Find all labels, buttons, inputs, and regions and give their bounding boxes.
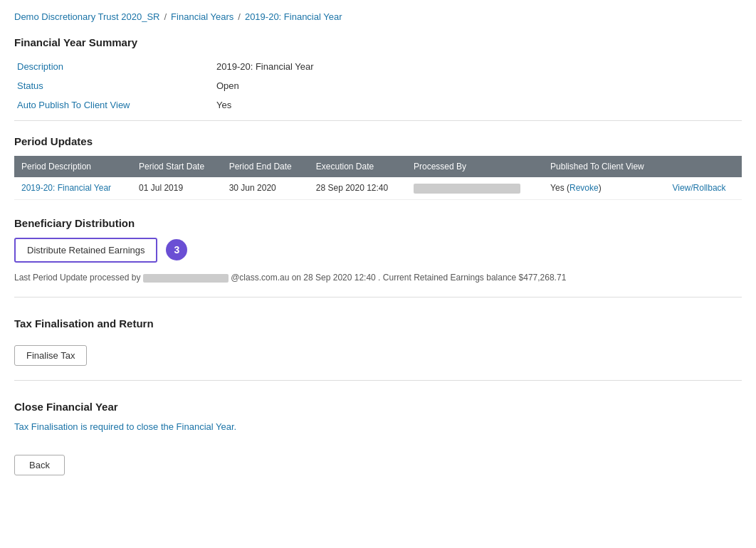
period-end-date-cell: 30 Jun 2020 [222, 177, 309, 199]
last-period-suffix: @class.com.au on 28 Sep 2020 12:40 . Cur… [231, 273, 566, 283]
period-updates-section: Period Updates Period DescriptionPeriod … [14, 135, 742, 200]
tax-finalisation-section: Tax Finalisation and Return Finalise Tax [14, 317, 742, 366]
breadcrumb-current: 2019-20: Financial Year [245, 11, 342, 22]
period-table-header: Period End Date [222, 156, 309, 177]
summary-row: Status Open [14, 76, 742, 95]
summary-value: Open [214, 76, 742, 95]
period-table-header: Period Description [14, 156, 132, 177]
breadcrumb: Demo Discretionary Trust 2020_SR / Finan… [14, 11, 742, 22]
period-table-header: Period Start Date [132, 156, 222, 177]
period-start-date-cell: 01 Jul 2019 [132, 177, 222, 199]
close-financial-year-heading: Close Financial Year [14, 401, 742, 413]
summary-row: Description 2019-20: Financial Year [14, 57, 742, 76]
summary-value: Yes [214, 95, 742, 115]
published-cell: Yes (Revoke) [543, 177, 665, 199]
finalise-tax-button[interactable]: Finalise Tax [14, 345, 87, 366]
back-section: Back [14, 455, 742, 475]
period-table-header: Published To Client View [543, 156, 665, 177]
close-financial-year-notice: Tax Finalisation is required to close th… [14, 421, 742, 432]
last-period-prefix: Last Period Update processed by [14, 273, 140, 283]
breadcrumb-sep-2: / [238, 11, 241, 22]
close-financial-year-section: Close Financial Year Tax Finalisation is… [14, 401, 742, 432]
beneficiary-distribution-heading: Beneficiary Distribution [14, 217, 742, 229]
financial-year-summary-section: Financial Year Summary Description 2019-… [14, 36, 742, 115]
summary-label: Status [14, 76, 214, 95]
revoke-link[interactable]: Revoke [569, 183, 599, 193]
period-table-header: Processed By [406, 156, 543, 177]
summary-row: Auto Publish To Client View Yes [14, 95, 742, 115]
financial-year-summary-heading: Financial Year Summary [14, 36, 742, 48]
distribute-retained-earnings-button[interactable]: Distribute Retained Earnings [14, 238, 157, 263]
last-period-update-text: Last Period Update processed by @class.c… [14, 273, 742, 283]
back-button[interactable]: Back [14, 455, 65, 475]
period-description-cell: 2019-20: Financial Year [14, 177, 132, 199]
summary-label: Auto Publish To Client View [14, 95, 214, 115]
tax-finalisation-heading: Tax Finalisation and Return [14, 317, 742, 330]
summary-label: Description [14, 57, 214, 76]
period-table-row: 2019-20: Financial Year 01 Jul 2019 30 J… [14, 177, 742, 199]
execution-date-cell: 28 Sep 2020 12:40 [309, 177, 406, 199]
processed-by-cell [406, 177, 543, 199]
breadcrumb-sep-1: / [164, 11, 167, 22]
beneficiary-distribution-section: Beneficiary Distribution Distribute Reta… [14, 217, 742, 283]
processed-by-redacted [414, 184, 520, 194]
processed-by-redacted [143, 274, 229, 283]
period-table-header: Execution Date [309, 156, 406, 177]
view-rollback-cell: View/Rollback [665, 177, 742, 199]
step-badge: 3 [166, 239, 187, 260]
summary-value: 2019-20: Financial Year [214, 57, 742, 76]
period-updates-heading: Period Updates [14, 135, 742, 147]
distribute-btn-wrapper: Distribute Retained Earnings 3 [14, 238, 742, 263]
period-description-link[interactable]: 2019-20: Financial Year [21, 183, 111, 193]
breadcrumb-section[interactable]: Financial Years [171, 11, 233, 22]
breadcrumb-entity[interactable]: Demo Discretionary Trust 2020_SR [14, 11, 159, 22]
period-table-header [665, 156, 742, 177]
summary-table: Description 2019-20: Financial Year Stat… [14, 57, 742, 115]
view-rollback-link[interactable]: View/Rollback [672, 183, 725, 193]
period-updates-table: Period DescriptionPeriod Start DatePerio… [14, 156, 742, 200]
